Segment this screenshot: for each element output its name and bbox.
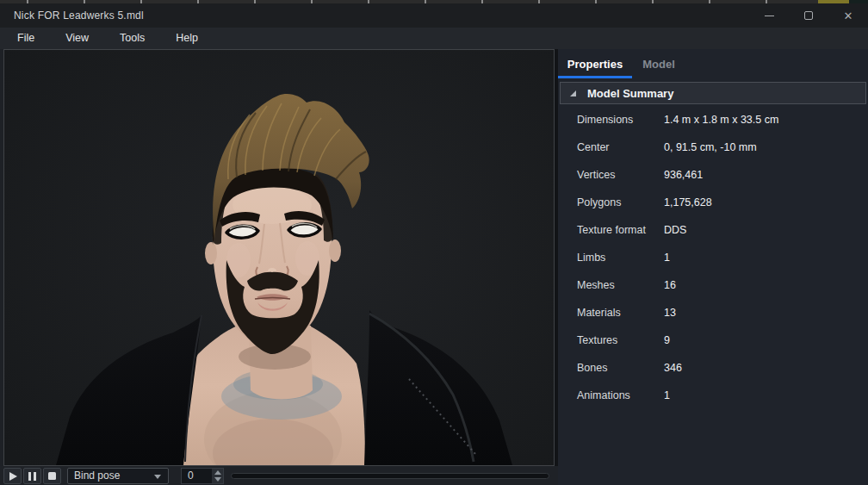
row-value: 1 xyxy=(664,244,670,271)
spinner-down-button[interactable] xyxy=(212,476,223,484)
maximize-icon xyxy=(804,11,813,20)
maximize-button[interactable] xyxy=(789,3,828,28)
row-vertices: Vertices 936,461 xyxy=(558,161,868,189)
row-bones: Bones 346 xyxy=(558,354,868,382)
row-label: Texture format xyxy=(577,216,646,244)
row-label: Bones xyxy=(577,354,607,382)
title-bar[interactable]: Nick FOR Leadwerks 5.mdl ✕ xyxy=(0,3,868,28)
pause-button[interactable] xyxy=(23,468,41,484)
row-dimensions: Dimensions 1.4 m x 1.8 m x 33.5 cm xyxy=(558,106,868,134)
model-summary-header[interactable]: Model Summary xyxy=(560,82,866,104)
active-tab-indicator xyxy=(558,76,632,78)
frame-number-field[interactable]: 0 xyxy=(181,468,224,484)
row-label: Center xyxy=(577,134,610,161)
dropdown-arrow-icon xyxy=(154,475,161,479)
tab-properties[interactable]: Properties xyxy=(558,53,632,76)
row-label: Vertices xyxy=(577,161,615,189)
menu-bar: File View Tools Help xyxy=(0,28,868,49)
row-value: 936,461 xyxy=(664,161,703,189)
row-materials: Materials 13 xyxy=(558,299,868,326)
tab-model[interactable]: Model xyxy=(632,53,685,76)
collapse-triangle-icon xyxy=(570,90,576,96)
row-value: DDS xyxy=(664,216,686,244)
play-icon xyxy=(9,472,17,481)
spinner-up-icon xyxy=(214,470,221,475)
menu-file[interactable]: File xyxy=(2,28,50,49)
model-viewer-window: Nick FOR Leadwerks 5.mdl ✕ File View Too… xyxy=(0,0,868,485)
row-label: Textures xyxy=(577,326,617,354)
window-title: Nick FOR Leadwerks 5.mdl xyxy=(14,3,144,28)
timeline-slider[interactable] xyxy=(231,473,549,479)
close-button[interactable]: ✕ xyxy=(828,3,868,28)
row-label: Animations xyxy=(577,382,630,409)
playback-toolbar: Bind pose 0 xyxy=(0,466,558,485)
frame-spinner-controls xyxy=(212,469,223,483)
stop-icon xyxy=(48,472,56,480)
row-value: 9 xyxy=(664,326,670,354)
row-value: 346 xyxy=(664,354,682,382)
frame-number-value: 0 xyxy=(188,469,194,483)
row-animations: Animations 1 xyxy=(558,382,868,409)
character-model-render xyxy=(4,50,554,465)
row-value: 16 xyxy=(664,271,676,299)
play-button[interactable] xyxy=(3,468,22,484)
row-value: 0, 91.5 cm, -10 mm xyxy=(664,134,757,161)
row-texture-format: Texture format DDS xyxy=(558,216,868,244)
pause-icon xyxy=(28,472,36,481)
row-label: Materials xyxy=(577,299,621,326)
menu-help[interactable]: Help xyxy=(160,28,214,49)
row-value: 1,175,628 xyxy=(664,189,712,216)
properties-panel: Properties Model Model Summary Dimension… xyxy=(558,49,868,485)
row-label: Limbs xyxy=(577,244,605,271)
row-value: 1.4 m x 1.8 m x 33.5 cm xyxy=(664,106,778,134)
model-viewport[interactable] xyxy=(3,49,555,466)
minimize-button[interactable] xyxy=(749,3,789,28)
row-polygons: Polygons 1,175,628 xyxy=(558,189,868,216)
close-icon: ✕ xyxy=(844,10,853,22)
stop-button[interactable] xyxy=(43,468,61,484)
row-label: Meshes xyxy=(577,271,615,299)
spinner-up-button[interactable] xyxy=(212,469,223,476)
spinner-down-icon xyxy=(214,477,221,482)
row-label: Polygons xyxy=(577,189,621,216)
window-controls: ✕ xyxy=(749,3,868,28)
row-textures: Textures 9 xyxy=(558,326,868,354)
row-center: Center 0, 91.5 cm, -10 mm xyxy=(558,134,868,161)
row-limbs: Limbs 1 xyxy=(558,244,868,271)
summary-rows: Dimensions 1.4 m x 1.8 m x 33.5 cm Cente… xyxy=(558,106,868,409)
minimize-icon xyxy=(765,16,774,16)
menu-tools[interactable]: Tools xyxy=(104,28,160,49)
menu-view[interactable]: View xyxy=(50,28,104,49)
section-title: Model Summary xyxy=(587,87,673,100)
row-value: 13 xyxy=(664,299,676,326)
row-meshes: Meshes 16 xyxy=(558,271,868,299)
pose-dropdown-value: Bind pose xyxy=(74,469,120,483)
row-label: Dimensions xyxy=(577,106,633,134)
animation-pose-dropdown[interactable]: Bind pose xyxy=(67,468,169,484)
row-value: 1 xyxy=(664,382,670,409)
